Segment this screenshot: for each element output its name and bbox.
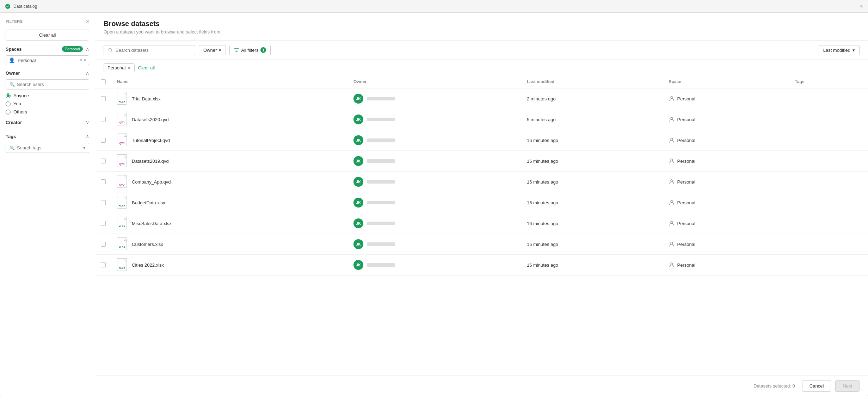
space-dropdown-button[interactable]: ▾ — [84, 58, 86, 63]
select-all-checkbox[interactable] — [101, 79, 106, 84]
space-cell: Personal — [669, 137, 784, 143]
sort-dropdown-icon: ▾ — [852, 48, 855, 53]
datasets-table: Name Owner Last modified Space Tags XLSX — [95, 76, 868, 276]
row-checkbox[interactable] — [101, 262, 106, 267]
file-name[interactable]: BudgetData.xlsx — [132, 200, 165, 205]
owner-search-input[interactable] — [17, 82, 85, 87]
space-name: Personal — [677, 221, 695, 226]
table-row: XLSX Cities 2022.xlsx JK 16 minutes ago … — [95, 255, 868, 276]
owner-avatar: JK — [353, 156, 363, 166]
file-name[interactable]: MiscSalesData.xlsx — [132, 221, 172, 226]
file-icon-fold — [124, 134, 127, 137]
space-name: Personal — [677, 159, 695, 164]
file-name[interactable]: Company_App.qvd — [132, 179, 171, 185]
owner-radio-others-input[interactable] — [6, 110, 11, 115]
space-cell: Personal — [669, 241, 784, 247]
cancel-button[interactable]: Cancel — [802, 380, 831, 392]
file-type-label: QVD — [119, 121, 124, 124]
file-name[interactable]: TutorialProject.qvd — [132, 138, 170, 143]
owner-radio-group: Anyone You Others — [6, 93, 89, 115]
creator-collapse-button[interactable]: ∨ — [86, 119, 89, 125]
col-tags: Tags — [789, 76, 868, 88]
space-cell: Personal — [669, 96, 784, 101]
owner-cell: JK — [353, 156, 516, 166]
file-name[interactable]: Cities 2022.xlsx — [132, 262, 164, 268]
file-icon-wrap: XLSX — [117, 92, 128, 105]
file-cell: XLSX BudgetData.xlsx — [117, 196, 342, 209]
file-name[interactable]: Datasets2020.qvd — [132, 117, 169, 122]
right-panel: Browse datasets Open a dataset you want … — [95, 13, 868, 396]
space-selector-actions: × ▾ — [80, 57, 86, 63]
filter-tag-remove-button[interactable]: × — [128, 66, 130, 70]
file-icon: QVD — [117, 134, 127, 146]
col-space: Space — [663, 76, 789, 88]
file-type-label: XLSX — [119, 204, 125, 207]
svg-point-2 — [671, 97, 673, 99]
tags-search-input[interactable] — [17, 145, 81, 150]
clear-all-button[interactable]: Clear all — [6, 30, 89, 41]
modified-cell: 16 minutes ago — [521, 234, 663, 255]
tags-collapse-button[interactable]: ∧ — [86, 134, 89, 139]
owner-radio-you[interactable]: You — [6, 101, 89, 106]
tags-cell — [789, 255, 868, 276]
owner-radio-you-input[interactable] — [6, 101, 11, 106]
all-filters-button[interactable]: All filters 1 — [229, 45, 271, 55]
spaces-section-header: Spaces Personal ∧ — [6, 46, 89, 52]
footer: Datasets selected: 0 Cancel Next — [95, 376, 868, 396]
svg-point-9 — [671, 242, 673, 244]
next-button[interactable]: Next — [835, 380, 860, 392]
space-cell: Personal — [669, 262, 784, 268]
space-person-icon — [669, 200, 675, 205]
row-checkbox[interactable] — [101, 138, 106, 143]
space-cell: Personal — [669, 117, 784, 122]
creator-section-title: Creator — [6, 120, 22, 125]
sidebar-close-button[interactable]: × — [86, 18, 89, 25]
toolbar-clear-all-button[interactable]: Clear all — [138, 65, 155, 70]
owner-filter-button[interactable]: Owner ▾ — [199, 45, 226, 55]
app-title: Data catalog — [13, 4, 37, 9]
filters-label: FILTERS — [6, 19, 23, 24]
row-checkbox[interactable] — [101, 179, 106, 184]
space-person-icon — [669, 158, 675, 164]
row-checkbox[interactable] — [101, 221, 106, 226]
file-name[interactable]: Datasets2019.qvd — [132, 159, 169, 164]
row-checkbox[interactable] — [101, 96, 106, 101]
file-cell: XLSX MiscSalesData.xlsx — [117, 217, 342, 230]
owner-name-blur — [367, 242, 395, 246]
file-cell: QVD Datasets2020.qvd — [117, 113, 342, 126]
file-name[interactable]: Trial Data.xlsx — [132, 96, 161, 101]
space-person-icon — [669, 179, 675, 185]
space-selector[interactable]: 👤 Personal × ▾ — [6, 55, 89, 65]
sort-select[interactable]: Last modified ▾ — [819, 45, 860, 55]
tags-dropdown-button[interactable]: ▾ — [83, 146, 85, 150]
selected-space-text: Personal — [18, 58, 77, 63]
modified-cell: 16 minutes ago — [521, 192, 663, 213]
owner-collapse-button[interactable]: ∧ — [86, 70, 89, 76]
row-checkbox[interactable] — [101, 242, 106, 247]
owner-radio-anyone[interactable]: Anyone — [6, 93, 89, 98]
window-close-button[interactable]: × — [860, 3, 863, 10]
search-datasets-input[interactable] — [116, 48, 191, 53]
spaces-collapse-button[interactable]: ∧ — [86, 46, 89, 52]
space-name: Personal — [677, 179, 695, 185]
owner-radio-others[interactable]: Others — [6, 109, 89, 115]
filter-icon — [234, 48, 239, 52]
table-row: XLSX MiscSalesData.xlsx JK 16 minutes ag… — [95, 213, 868, 234]
tags-section: Tags ∧ 🔍 ▾ — [6, 134, 89, 153]
row-checkbox[interactable] — [101, 117, 106, 122]
owner-radio-anyone-input[interactable] — [6, 93, 11, 98]
space-name: Personal — [677, 242, 695, 247]
space-person-icon — [669, 262, 675, 268]
table-row: XLSX Customers.xlsx JK 16 minutes ago Pe… — [95, 234, 868, 255]
space-cell: Personal — [669, 179, 784, 185]
space-clear-button[interactable]: × — [80, 57, 82, 63]
owner-name-blur — [367, 118, 395, 121]
spaces-controls: Personal ∧ — [62, 46, 89, 52]
file-name[interactable]: Customers.xlsx — [132, 242, 163, 247]
owner-avatar: JK — [353, 260, 363, 270]
row-checkbox[interactable] — [101, 200, 106, 205]
tags-search-wrap: 🔍 ▾ — [6, 143, 89, 153]
file-type-label: QVD — [119, 142, 124, 144]
row-checkbox[interactable] — [101, 159, 106, 163]
file-icon-fold — [124, 238, 127, 241]
